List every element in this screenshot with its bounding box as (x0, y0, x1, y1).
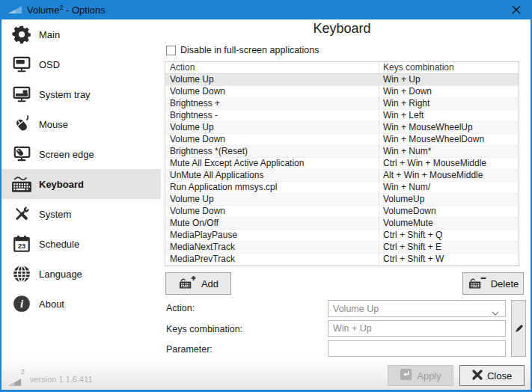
window-title: Volume2 - Options (27, 4, 106, 16)
sidebar-item-about[interactable]: iAbout (1, 289, 161, 319)
sidebar-item-label: Language (39, 269, 82, 280)
footer-logo-icon (7, 376, 22, 390)
sidebar-item-schedule[interactable]: 23Schedule (1, 229, 161, 259)
sidebar-item-mouse[interactable]: Mouse (1, 109, 161, 139)
sidebar-item-screen-edge[interactable]: Screen edge (1, 139, 161, 169)
cell-keys: Ctrl + Shift + Q (379, 230, 519, 241)
sidebar-item-label: Mouse (39, 119, 68, 130)
close-x-icon (472, 370, 483, 382)
titlebar-close-button[interactable] (505, 0, 528, 19)
cell-keys: VolumeMute (379, 218, 519, 229)
hotkeys-table-header: Action Keys combination (165, 62, 519, 74)
screen-edge-icon (10, 144, 33, 165)
osd-monitor-icon (10, 54, 33, 75)
edit-hotkey-button[interactable] (511, 300, 526, 357)
keyboard-icon (10, 174, 33, 195)
pencil-icon (513, 323, 525, 334)
chevron-down-icon (492, 307, 499, 318)
table-row[interactable]: Brightness -Win + Left (165, 110, 519, 122)
cell-action: Run Application mmsys.cpl (165, 182, 379, 193)
cell-action: Volume Up (165, 194, 379, 205)
keyboard-delete-icon (468, 275, 486, 292)
table-row[interactable]: Volume UpWin + MouseWheelUp (165, 122, 519, 134)
cell-action: Volume Down (165, 86, 379, 97)
table-row[interactable]: Brightness *(Reset)Win + Num* (165, 146, 519, 158)
keys-combination-input[interactable] (328, 320, 506, 337)
sidebar-item-keyboard[interactable]: Keyboard (1, 169, 161, 199)
sidebar-item-label: System (39, 209, 71, 220)
cell-action: UnMute All Applications (165, 170, 379, 181)
table-row[interactable]: Volume DownWin + Down (165, 86, 519, 98)
cell-action: Volume Down (165, 134, 379, 145)
add-button-label: Add (201, 278, 218, 290)
table-row[interactable]: Volume DownVolumeDown (165, 206, 519, 218)
options-window: Volume2 - Options MainOSDSystem trayMous… (0, 0, 532, 392)
sidebar-item-system-tray[interactable]: System tray (1, 79, 161, 109)
fullscreen-disable-checkbox[interactable] (166, 46, 176, 55)
table-row[interactable]: MediaPlayPauseCtrl + Shift + Q (165, 230, 519, 242)
table-row[interactable]: UnMute All ApplicationsAlt + Win + Mouse… (165, 170, 519, 182)
version-text: version 1.1.6.411 (30, 375, 93, 384)
action-select-value: Volume Up (333, 304, 379, 314)
app-logo-icon (7, 5, 22, 14)
tools-icon (10, 203, 33, 224)
cell-action: Brightness *(Reset) (165, 146, 379, 157)
footer-logo-sup: 2 (21, 368, 25, 376)
cell-action: Mute On/Off (165, 218, 379, 229)
keys-combination-label: Keys combination: (166, 324, 242, 334)
column-header-keys[interactable]: Keys combination (379, 62, 519, 73)
apply-icon (400, 368, 412, 383)
system-tray-icon (10, 84, 33, 105)
close-button-label: Close (487, 370, 512, 382)
delete-button[interactable]: Delete (462, 272, 524, 295)
cell-keys: Win + Left (379, 110, 519, 121)
sidebar-item-label: Schedule (39, 239, 79, 250)
titlebar: Volume2 - Options (0, 0, 532, 19)
table-row[interactable]: Volume UpWin + Up (165, 74, 519, 86)
sidebar: MainOSDSystem trayMouseScreen edgeKeyboa… (1, 19, 161, 319)
cell-keys: Win + MouseWheelUp (379, 122, 519, 133)
sidebar-item-label: Keyboard (39, 179, 84, 190)
table-row[interactable]: Brightness +Win + Right (165, 98, 519, 110)
close-icon (512, 5, 521, 14)
table-row[interactable]: Volume UpVolumeUp (165, 194, 519, 206)
sidebar-item-language[interactable]: Language (1, 259, 161, 289)
sidebar-item-label: OSD (39, 59, 60, 70)
cell-action: Volume Up (165, 122, 379, 133)
cell-action: Brightness + (165, 98, 379, 109)
table-row[interactable]: Volume DownWin + MouseWheelDown (165, 134, 519, 146)
action-select[interactable]: Volume Up (328, 300, 506, 317)
cell-keys: Ctrl + Shift + W (379, 254, 519, 265)
add-button[interactable]: Add (165, 272, 231, 295)
globe-icon (10, 263, 33, 284)
cell-action: Volume Up (165, 74, 379, 85)
cell-action: MediaPlayPause (165, 230, 379, 241)
calendar-icon: 23 (10, 233, 33, 254)
cell-keys: Win + Num* (379, 146, 519, 157)
table-row[interactable]: MediaNextTrackCtrl + Shift + E (165, 242, 519, 254)
parameter-label: Parameter: (166, 344, 213, 355)
apply-button-label: Apply (417, 370, 441, 382)
apply-button[interactable]: Apply (388, 365, 453, 386)
table-row[interactable]: Mute All Except Active ApplicationCtrl +… (165, 158, 519, 170)
cell-keys: Win + MouseWheelDown (379, 134, 519, 145)
close-button[interactable]: Close (459, 365, 525, 386)
fullscreen-disable-label: Disable in full-screen applications (180, 45, 319, 55)
sidebar-item-main[interactable]: Main (1, 19, 161, 49)
sidebar-item-label: Main (39, 29, 60, 40)
hotkeys-table-body: Volume UpWin + UpVolume DownWin + DownBr… (165, 74, 519, 266)
keyboard-add-icon (178, 275, 197, 292)
cell-action: MediaNextTrack (165, 242, 379, 253)
cell-action: Volume Down (165, 206, 379, 217)
cell-action: Mute All Except Active Application (165, 158, 379, 169)
table-row[interactable]: MediaPrevTrackCtrl + Shift + W (165, 254, 519, 266)
page-title: Keyboard (165, 21, 519, 37)
column-header-action[interactable]: Action (165, 62, 379, 73)
sidebar-item-osd[interactable]: OSD (1, 49, 161, 79)
table-row[interactable]: Run Application mmsys.cplWin + Num/ (165, 182, 519, 194)
table-row[interactable]: Mute On/OffVolumeMute (165, 218, 519, 230)
sidebar-item-system[interactable]: System (1, 199, 161, 229)
parameter-input[interactable] (328, 340, 506, 357)
cell-keys: Win + Right (379, 98, 519, 109)
cell-keys: Ctrl + Shift + E (379, 242, 519, 253)
